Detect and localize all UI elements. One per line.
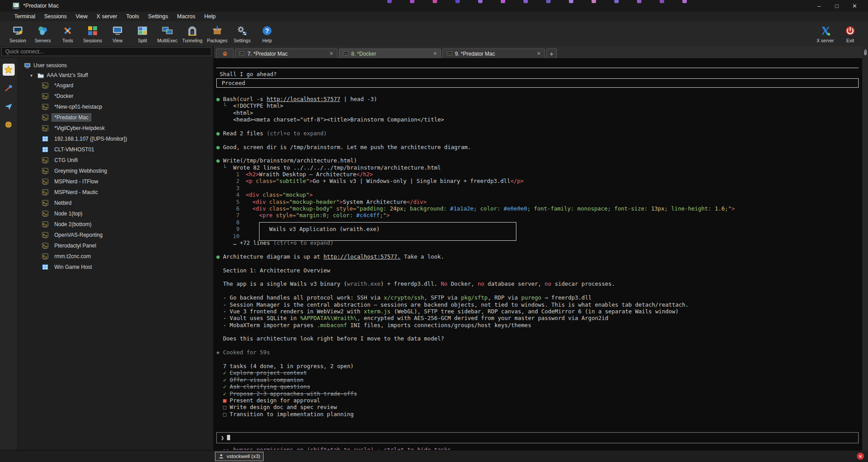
- toolbar-button-packages[interactable]: Packages: [205, 21, 230, 46]
- tab-8-docker[interactable]: 8. *Docker✕: [339, 49, 441, 58]
- terminal-link[interactable]: http://localhost:57577.: [324, 253, 401, 260]
- tab-label: 8. *Docker: [351, 51, 430, 57]
- tab-close-button[interactable]: ✕: [537, 51, 541, 57]
- ssh-session-icon: [42, 125, 49, 132]
- toolbar-button-x-server[interactable]: X server: [813, 21, 838, 46]
- kill-session-button[interactable]: ✕: [857, 453, 864, 460]
- toolbar-button-exit[interactable]: Exit: [838, 21, 863, 46]
- menu-x-server[interactable]: X server: [92, 12, 122, 20]
- new-tab-button[interactable]: +: [546, 49, 557, 58]
- menu-macros[interactable]: Macros: [173, 12, 200, 20]
- line-number: 4: [216, 191, 239, 198]
- terminal-blank-line: [216, 260, 859, 267]
- taskbar-app-icon: [637, 0, 641, 3]
- session-item-mspnerd-itflow[interactable]: MSPNerd - ITFlow: [17, 176, 213, 187]
- session-label: CTG Unifi: [52, 156, 81, 164]
- macros-panel-button[interactable]: [3, 100, 15, 112]
- sessions-panel-button[interactable]: [3, 64, 15, 76]
- session-label: OpenVAS-Reporting: [52, 231, 105, 239]
- terminal-line: ✓ Offer visual companion: [216, 377, 859, 383]
- menu-help[interactable]: Help: [200, 12, 220, 20]
- session-label: Node 2(bottom): [52, 220, 94, 228]
- session-item-clt-vmhost01[interactable]: CLT-VMHOST01: [17, 144, 213, 155]
- ssh-session-icon: [42, 232, 49, 239]
- session-label: *Asgard: [52, 81, 76, 89]
- tab-close-button[interactable]: ✕: [433, 51, 437, 57]
- proceed-option[interactable]: Proceed: [216, 78, 859, 88]
- session-item-greyming-webhosting[interactable]: Greyming Webhosting: [17, 166, 213, 176]
- menu-settings[interactable]: Settings: [144, 12, 173, 20]
- menu-sessions[interactable]: Sessions: [40, 12, 71, 20]
- tab-7-predator-mac[interactable]: 7. *Predator Mac✕: [235, 49, 337, 58]
- toolbar-button-tools[interactable]: Tools: [55, 21, 80, 46]
- attachments-icon[interactable]: [863, 49, 867, 450]
- quick-connect: [0, 46, 213, 58]
- menu-terminal[interactable]: Terminal: [10, 12, 40, 20]
- session-item-mspnerd-mautic[interactable]: MSPNerd - Mautic: [17, 187, 213, 198]
- session-item-predator-mac[interactable]: *Predator Mac: [17, 112, 213, 123]
- bottom-bar: vstockwell (x3) ✕: [0, 450, 868, 462]
- session-item-vigilcyber-helpdesk[interactable]: *VigilCyber-Helpdesk: [17, 123, 213, 134]
- session-item-docker[interactable]: *Docker: [17, 91, 213, 101]
- close-button[interactable]: ✕: [846, 3, 864, 9]
- terminal-line: - Session Manager is the central abstrac…: [216, 301, 859, 308]
- session-item-asgard[interactable]: *Asgard: [17, 80, 213, 91]
- session-item-192-168-1-107-ups-monitor[interactable]: 192.168.1.107 ([UPS-Monitor]): [17, 134, 213, 144]
- session-label: Win Game Host: [52, 263, 95, 271]
- toolbar-button-view[interactable]: View: [105, 21, 130, 46]
- line-number: 6: [216, 205, 239, 212]
- toolbar-button-servers[interactable]: Servers: [30, 21, 55, 46]
- tab-home[interactable]: [216, 49, 234, 58]
- toolbar-button-multiexec[interactable]: MultiExec: [155, 21, 180, 46]
- tools-panel-button[interactable]: [3, 82, 15, 94]
- prompt-input[interactable]: ❯: [216, 432, 859, 443]
- session-item-netbird[interactable]: Netbird: [17, 198, 213, 208]
- session-label: MSPNerd - ITFlow: [52, 178, 101, 186]
- session-item-new-cp01-heistacp[interactable]: *New-cp01-heistacp: [17, 101, 213, 112]
- terminal-line: ■ Present design for approval: [216, 397, 859, 404]
- rdp-session-icon: [42, 264, 49, 271]
- tab-close-button[interactable]: ✕: [329, 51, 333, 57]
- session-item-node-1-top[interactable]: Node 1(top): [17, 208, 213, 219]
- toolbar-button-settings[interactable]: Settings: [230, 21, 255, 46]
- terminal-line: ✳ Cooked for 59s: [216, 349, 859, 356]
- tree-group-folder[interactable]: ▾ AAA Vantz's Stuff: [17, 70, 213, 80]
- toolbar-button-sessions[interactable]: Sessions: [80, 21, 105, 46]
- toolbar-button-help[interactable]: ?Help: [255, 21, 280, 46]
- user-icon: [219, 454, 224, 459]
- taskbar-app-icon: [660, 0, 664, 3]
- session-label: *Docker: [52, 92, 76, 100]
- menu-view[interactable]: View: [71, 12, 92, 20]
- ssh-session-icon: [42, 189, 49, 196]
- maximize-button[interactable]: □: [828, 3, 846, 9]
- toolbar-button-split[interactable]: Split: [130, 21, 155, 46]
- sftp-panel-button[interactable]: [3, 118, 15, 130]
- toolbar-button-session[interactable]: Session: [5, 21, 30, 46]
- terminal-line: - Vue 3 frontend renders in WebView2 wit…: [216, 308, 859, 315]
- tree-root-user-sessions[interactable]: User sessions: [17, 61, 213, 70]
- session-item-rmm-t2cnc-com[interactable]: rmm.t2cnc.com: [17, 251, 213, 262]
- ssh-session-icon: [42, 104, 49, 110]
- help-icon: ?: [261, 25, 273, 36]
- tab-9-predator-mac[interactable]: 9. *Predator Mac✕: [442, 49, 545, 58]
- session-label: Netbird: [52, 199, 74, 207]
- session-label: *New-cp01-heistacp: [52, 103, 105, 111]
- terminal-link[interactable]: http://localhost:57577: [267, 96, 341, 102]
- session-item-ctg-unifi[interactable]: CTG Unifi: [17, 155, 213, 166]
- session-item-openvas-reporting[interactable]: OpenVAS-Reporting: [17, 230, 213, 240]
- session-item-pterodactyl-panel[interactable]: Pterodactyl Panel: [17, 240, 213, 251]
- menu-tools[interactable]: Tools: [122, 12, 143, 20]
- toolbar-label: Split: [138, 38, 147, 43]
- session-item-node-2-bottom[interactable]: Node 2(bottom): [17, 219, 213, 230]
- screen-session-label: vstockwell (x3): [227, 454, 260, 459]
- line-number: 1: [216, 171, 239, 178]
- minimize-button[interactable]: –: [810, 3, 828, 9]
- toolbar-button-tunneling[interactable]: Tunneling: [180, 21, 205, 46]
- terminal-line: - Go backend handles all protocol work: …: [216, 294, 859, 301]
- toolbar: SessionServersToolsSessionsViewSplitMult…: [0, 21, 868, 47]
- quick-connect-input[interactable]: [1, 47, 211, 56]
- line-number: 10: [216, 233, 239, 239]
- terminal[interactable]: Shall I go ahead?Proceed● Bash(curl -s h…: [214, 59, 862, 450]
- session-item-win-game-host[interactable]: Win Game Host: [17, 262, 213, 272]
- screen-session-button[interactable]: vstockwell (x3): [215, 452, 264, 461]
